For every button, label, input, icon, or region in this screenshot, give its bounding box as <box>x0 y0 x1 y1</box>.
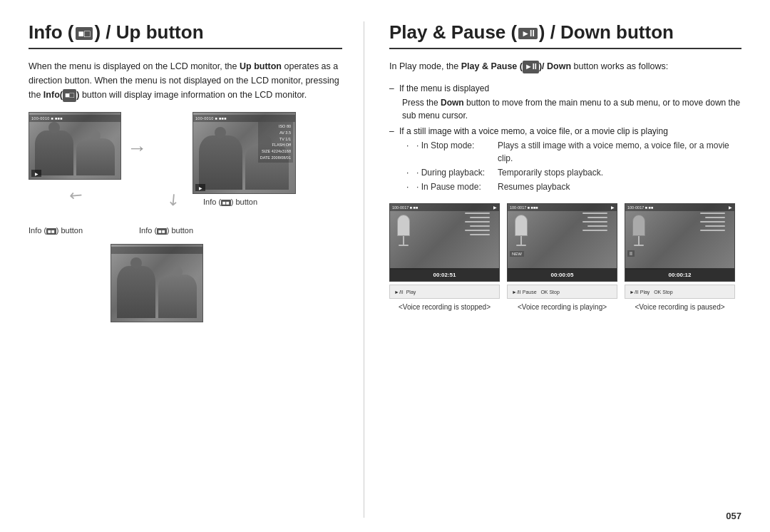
label-top-right: Info (■■) button <box>203 198 257 206</box>
screen-top-left: 100-0010 ■ ■■■ ▶ <box>29 112 121 180</box>
page-number: 057 <box>726 511 741 521</box>
screen1-bar-text: 100-0010 ■ ■■■ <box>31 116 63 121</box>
screen2-data-overlay: ISO 80AV 3.5TV 1/1FLASH:OffSIZE 4224x316… <box>258 122 293 163</box>
screen-stopped-bar: 100-0017 ■ ■■ ▶ <box>390 204 499 211</box>
screen-playing-time: 00:00:05 <box>550 272 573 278</box>
pause-indicator: II <box>627 250 635 257</box>
screen-paused-controls: ►/II Play OK Stop <box>625 285 735 299</box>
screen-paused-caption: <Voice recording is paused> <box>635 303 724 311</box>
screen-stopped-controls: ►/II Play <box>389 285 500 299</box>
label-bottom-left: Info (■■) button <box>29 226 83 235</box>
left-intro-text: When the menu is displayed on the LCD mo… <box>29 59 342 102</box>
screen-stopped: 100-0017 ■ ■■ ▶ <box>389 203 500 282</box>
right-intro-text: In Play mode, the Play & Pause (►II)/ Do… <box>389 59 741 73</box>
screen-paused-right: ▶ <box>729 205 732 210</box>
screen-stopped-caption: <Voice recording is stopped> <box>399 303 491 311</box>
bullet-item-1: If the menu is displayed Press the Down … <box>389 82 741 122</box>
sub-item-pause: · In Pause mode: Resumes playback <box>406 180 741 193</box>
screen-playing-box: 100-0017 ■ ■■■ ▶ <box>507 203 617 311</box>
screen1-play-icon: ▶ <box>31 170 41 177</box>
sub-value-stop: Plays a still image with a voice memo, a… <box>498 139 741 165</box>
screen2-play-icon: ▶ <box>195 184 205 191</box>
bullet-list: If the menu is displayed Press the Down … <box>389 82 741 193</box>
screen-stopped-time: 00:02:51 <box>433 272 456 278</box>
sub-item-stop: · In Stop mode: Plays a still image with… <box>406 139 741 165</box>
arrow-down-left: ↗ <box>66 185 88 207</box>
right-section: Play & Pause (►II) / Down button In Play… <box>364 21 741 518</box>
screen-playing-bar: 100-0017 ■ ■■■ ▶ <box>508 204 617 211</box>
sub-label-playback: · During playback: <box>416 166 495 179</box>
left-diagram: 100-0010 ■ ■■■ ▶ → 100-0010 ■ ■■■ <box>29 112 342 333</box>
left-title: Info (■□) / Up button <box>29 21 342 49</box>
screen-paused: 100-0017 ■ ■■ ▶ <box>625 203 735 282</box>
screen-playing-caption: <Voice recording is playing> <box>518 303 607 311</box>
sub-value-playback: Temporarily stops playback. <box>498 166 603 179</box>
sub-label-pause: · In Pause mode: <box>416 180 495 193</box>
left-section: Info (■□) / Up button When the menu is d… <box>29 21 364 518</box>
screen-playing-controls: ►/II Pause OK Stop <box>507 285 617 299</box>
screen-stopped-right: ▶ <box>493 205 497 210</box>
screen-paused-bar-text: 100-0017 ■ ■■ <box>627 205 653 210</box>
new-badge: NEW <box>510 251 524 257</box>
screen-playing-bar-text: 100-0017 ■ ■■■ <box>510 205 538 210</box>
screen2-bar-text: 100-0010 ■ ■■■ <box>195 116 227 121</box>
sub-list: · In Stop mode: Plays a still image with… <box>406 139 741 193</box>
bullet-item-2: If a still image with a voice memo, a vo… <box>389 125 741 193</box>
screen-top-right: 100-0010 ■ ■■■ ISO 80AV 3.5TV 1/1FLASH:O… <box>192 112 296 194</box>
arrow-right-top: → <box>127 137 147 160</box>
sub-item-playback: · During playback: Temporarily stops pla… <box>406 166 741 179</box>
screen-paused-box: 100-0017 ■ ■■ ▶ <box>625 203 735 311</box>
screen-playing: 100-0017 ■ ■■■ ▶ <box>507 203 617 282</box>
screen-stopped-ctrl-text: ►/II Play <box>394 290 416 295</box>
screen-playing-right: ▶ <box>611 205 615 210</box>
play-pause-icon-title: ►II <box>518 28 538 39</box>
screen-stopped-box: 100-0017 ■ ■■ ▶ <box>389 203 500 311</box>
screen-stopped-bar-text: 100-0017 ■ ■■ <box>392 205 418 210</box>
right-title: Play & Pause (►II) / Down button <box>389 21 741 49</box>
arrow-down-right: ↗ <box>163 188 185 210</box>
screen-bottom <box>111 244 203 322</box>
sub-label-stop: · In Stop mode: <box>416 139 495 165</box>
info-icon-title: ■□ <box>76 27 93 40</box>
sub-value-pause: Resumes playback <box>498 180 570 193</box>
right-diagram: 100-0017 ■ ■■ ▶ <box>389 203 741 311</box>
screen-playing-ctrl-text: ►/II Pause OK Stop <box>512 290 560 295</box>
screen-paused-bar: 100-0017 ■ ■■ ▶ <box>625 204 734 211</box>
label-bottom-right: Info (■■) button <box>139 226 193 235</box>
screen-paused-ctrl-text: ►/II Play OK Stop <box>630 290 673 295</box>
screen-paused-time: 00:00:12 <box>668 272 691 278</box>
